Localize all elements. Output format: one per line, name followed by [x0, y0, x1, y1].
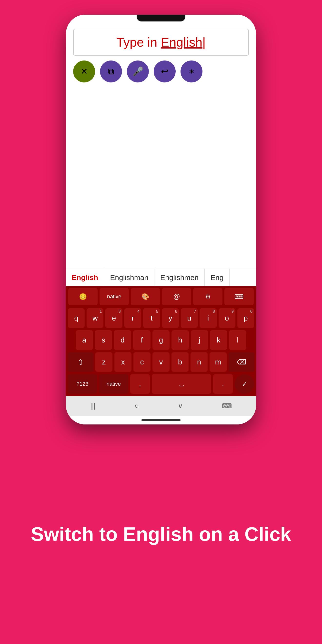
delete-icon: ✕ [80, 66, 88, 76]
delete-button[interactable]: ✕ [73, 60, 95, 82]
backspace-key[interactable]: ⌫ [228, 352, 254, 372]
space-icon: ⎵ [180, 380, 184, 388]
key-h[interactable]: h [172, 330, 189, 350]
key-w[interactable]: 1w [86, 308, 104, 328]
keyboard-row-2: a s d f g h j k l [66, 329, 256, 351]
back-icon: ||| [90, 402, 96, 410]
suggestions-bar: English Englishman Englishmen Eng [66, 268, 256, 286]
key-s[interactable]: s [95, 330, 112, 350]
key-z[interactable]: z [96, 352, 112, 372]
key-u[interactable]: 7u [181, 308, 198, 328]
key-q[interactable]: q [68, 308, 85, 328]
key-y[interactable]: 6y [162, 308, 179, 328]
enter-key[interactable]: ✓ [235, 374, 254, 394]
key-d[interactable]: d [114, 330, 131, 350]
microphone-button[interactable]: 🎤 [127, 60, 149, 82]
recents-icon: ∨ [178, 402, 183, 410]
home-indicator [66, 416, 256, 424]
key-i[interactable]: 8i [200, 308, 216, 328]
keyboard-row-1: q 1w 3e 4r 5t 6y 7u 8i 9o 0p [66, 307, 256, 329]
home-bar [142, 419, 180, 421]
native-key[interactable]: native [100, 288, 129, 305]
emoji-icon: 😊 [79, 293, 87, 300]
nav-bar: ||| ○ ∨ ⌨ [66, 396, 256, 416]
key-t[interactable]: 5t [143, 308, 160, 328]
cursor: | [202, 35, 206, 49]
key-c[interactable]: c [134, 352, 150, 372]
period-key[interactable]: . [213, 374, 233, 394]
key-p[interactable]: 0p [237, 308, 254, 328]
key-n[interactable]: n [190, 352, 208, 372]
copy-button[interactable]: ⧉ [100, 60, 122, 82]
undo-icon: ↩ [161, 66, 168, 76]
at-key[interactable]: @ [162, 288, 191, 305]
emoji-key[interactable]: 😊 [68, 288, 98, 305]
keyboard-nav-button[interactable]: ⌨ [222, 402, 232, 410]
keyboard-nav-icon: ⌨ [222, 402, 232, 410]
home-nav-button[interactable]: ○ [135, 402, 139, 410]
suggestion-english[interactable]: English [66, 269, 104, 286]
backspace-icon: ⌫ [236, 358, 246, 366]
key-o[interactable]: 9o [218, 308, 236, 328]
white-space [66, 85, 256, 268]
share-icon: ✶ [188, 67, 195, 76]
text-input-area[interactable]: Type in English| [73, 29, 249, 56]
key-v[interactable]: v [152, 352, 170, 372]
language-key[interactable]: native [99, 374, 128, 394]
bottom-text-section: Switch to English on a Click [6, 424, 316, 644]
key-e[interactable]: 3e [106, 308, 122, 328]
key-l[interactable]: l [229, 330, 246, 350]
home-icon: ○ [135, 402, 139, 410]
checkmark-icon: ✓ [242, 380, 247, 388]
key-a[interactable]: a [76, 330, 93, 350]
suggestion-englishman[interactable]: Englishman [104, 269, 154, 286]
suggestion-englishmen[interactable]: Englishmen [154, 269, 205, 286]
bottom-text: Switch to English on a Click [31, 522, 291, 546]
palette-icon: 🎨 [142, 293, 149, 300]
keyboard: 😊 native 🎨 @ ⚙ ⌨ q [66, 286, 256, 396]
key-j[interactable]: j [191, 330, 208, 350]
keyboard-row-3: ⇧ z x c v b n m ⌫ [66, 351, 256, 373]
back-nav-button[interactable]: ||| [90, 402, 96, 410]
status-bar [66, 15, 256, 26]
keyboard-icon: ⌨ [234, 293, 244, 300]
palette-key[interactable]: 🎨 [131, 288, 160, 305]
keyboard-bottom-row: ?123 native , ⎵ . ✓ [66, 373, 256, 396]
recents-nav-button[interactable]: ∨ [178, 402, 183, 410]
key-g[interactable]: g [152, 330, 170, 350]
settings-key[interactable]: ⚙ [193, 288, 222, 305]
phone-screen: Type in English| ✕ ⧉ 🎤 ↩ ✶ [66, 15, 256, 424]
mic-icon: 🎤 [132, 66, 144, 76]
at-icon: @ [173, 293, 180, 300]
text-input-content: Type in English| [116, 35, 206, 50]
shift-key[interactable]: ⇧ [68, 352, 94, 372]
settings-icon: ⚙ [205, 293, 211, 300]
key-b[interactable]: b [172, 352, 188, 372]
english-label: English [161, 35, 202, 49]
keyboard-switch-key[interactable]: ⌨ [224, 288, 254, 305]
num-switch-key[interactable]: ?123 [68, 374, 97, 394]
key-x[interactable]: x [114, 352, 132, 372]
keyboard-special-row: 😊 native 🎨 @ ⚙ ⌨ [66, 286, 256, 307]
share-button[interactable]: ✶ [180, 60, 202, 82]
space-key[interactable]: ⎵ [152, 374, 211, 394]
undo-button[interactable]: ↩ [154, 60, 176, 82]
key-r[interactable]: 4r [124, 308, 141, 328]
key-k[interactable]: k [210, 330, 227, 350]
action-buttons-row: ✕ ⧉ 🎤 ↩ ✶ [66, 58, 256, 85]
copy-icon: ⧉ [108, 66, 114, 76]
comma-key[interactable]: , [130, 374, 150, 394]
shift-icon: ⇧ [78, 358, 84, 366]
type-in-label: Type in [116, 35, 161, 49]
phone-frame: Type in English| ✕ ⧉ 🎤 ↩ ✶ [66, 15, 256, 424]
key-f[interactable]: f [133, 330, 150, 350]
key-m[interactable]: m [210, 352, 226, 372]
suggestion-eng[interactable]: Eng [205, 269, 230, 286]
